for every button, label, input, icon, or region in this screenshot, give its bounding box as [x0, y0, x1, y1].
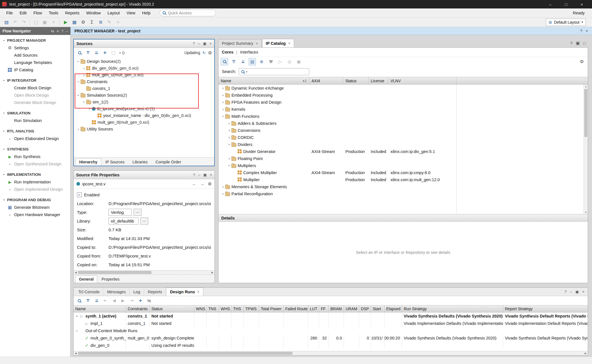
category-row[interactable]: ›Dividers	[218, 141, 588, 148]
column-header-constraints[interactable]: Constraints	[126, 305, 150, 312]
column-header-dsp[interactable]: DSP	[359, 305, 371, 312]
details-header[interactable]: Details	[218, 214, 588, 222]
column-header-whs[interactable]: WHS	[219, 305, 231, 312]
context-help-icon[interactable]: ?	[580, 29, 582, 33]
category-row[interactable]: ›Embedded Processing	[218, 92, 588, 99]
section-header[interactable]: ›PROJECT MANAGER	[0, 37, 70, 44]
expander-closed-icon[interactable]: ›	[221, 86, 225, 90]
properties-tab-properties[interactable]: Properties	[98, 276, 123, 283]
sources-tab-compile-order[interactable]: Compile Order	[152, 158, 185, 166]
search-icon[interactable]	[221, 58, 228, 65]
messages-badge-icon[interactable]: ●0	[118, 49, 125, 56]
console-float-icon[interactable]: ▣	[575, 290, 579, 294]
expander-closed-icon[interactable]: ›	[221, 185, 225, 189]
category-row[interactable]: ›Kernels	[218, 106, 588, 113]
collapse-all-icon[interactable]: ⇈	[85, 49, 91, 56]
tab-messages[interactable]: Messages	[103, 288, 130, 296]
expander-closed-icon[interactable]: ›	[227, 128, 231, 132]
expander-open-icon[interactable]: ›	[88, 106, 92, 111]
tab-project-summary[interactable]: Project Summary×	[218, 39, 262, 47]
run-row[interactable]: ✓mult_gen_0_synth_1mult_gen_0synth_desig…	[74, 334, 588, 342]
gear-icon[interactable]: ⚙	[580, 59, 586, 64]
sidebar-item-settings[interactable]: ⚙Settings	[0, 44, 70, 52]
percentage-icon[interactable]: %	[146, 297, 153, 304]
column-header-start[interactable]: Start	[371, 305, 385, 312]
scroll-right-icon[interactable]: ▶	[584, 352, 588, 355]
design-runs-horizontal-scrollbar[interactable]: ◀ ▶	[74, 351, 588, 355]
category-row[interactable]: ›Adders & Subtracters	[218, 120, 588, 127]
category-row[interactable]: ›Memories & Storage Elements	[218, 183, 588, 190]
property-input-library[interactable]: xil_defaultlib	[109, 217, 138, 225]
scroll-up-icon[interactable]: ▲	[584, 85, 588, 88]
ip-row[interactable]: Divider GeneratorAXI4-StreamProductionIn…	[218, 148, 588, 155]
menu-edit[interactable]: Edit	[16, 8, 30, 17]
menu-layout[interactable]: Layout	[104, 8, 123, 17]
category-row[interactable]: ›Math Functions	[218, 113, 588, 120]
scrollbar-thumb[interactable]	[78, 352, 292, 355]
tree-item[interactable]: ›Utility Sources	[74, 126, 214, 132]
menu-reports[interactable]: Reports	[62, 8, 83, 17]
sidebar-item-ip-catalog[interactable]: IP Catalog	[0, 66, 70, 74]
gear-icon[interactable]: ⚙	[208, 181, 212, 187]
save-project-icon[interactable]: ▤	[3, 19, 10, 26]
tab-tcl-console[interactable]: Tcl Console	[75, 288, 103, 296]
column-header-lut[interactable]: LUT	[308, 305, 319, 312]
column-header-wns[interactable]: WNS	[194, 305, 207, 312]
run-icon[interactable]: ▶	[62, 19, 69, 26]
tree-item[interactable]: ›Design Sources (2)	[74, 58, 214, 65]
sidebar-item-generate-bitstream[interactable]: ▦Generate Bitstream	[0, 204, 70, 211]
expander-open-icon[interactable]: ›	[227, 163, 231, 168]
menu-view[interactable]: View	[123, 8, 139, 17]
menu-window[interactable]: Window	[83, 8, 104, 17]
expander-open-icon[interactable]: ›	[76, 93, 81, 97]
collapse-all-icon[interactable]: ⇈	[230, 58, 237, 65]
report-icon[interactable]: Σ	[88, 19, 96, 26]
expander-closed-icon[interactable]: ›	[82, 73, 86, 77]
gear-icon[interactable]: ⚙	[208, 50, 212, 56]
tab-reports[interactable]: Reports	[144, 288, 166, 296]
properties-float-icon[interactable]: ▣	[203, 173, 207, 177]
column-header-run-strategy[interactable]: Run Strategy	[402, 305, 503, 312]
tree-item[interactable]: ›sim_1 (2)	[74, 99, 214, 105]
expander-closed-icon[interactable]: ›	[227, 121, 231, 125]
properties-close-icon[interactable]: ×	[210, 173, 212, 177]
close-icon[interactable]: ×	[197, 290, 200, 294]
document-float-icon[interactable]: ▣	[576, 41, 580, 46]
sources-tab-libraries[interactable]: Libraries	[129, 158, 151, 166]
sidebar-item-language-templates[interactable]: Language Templates	[0, 59, 70, 66]
ip-settings-icon[interactable]: ⚒	[267, 58, 275, 65]
category-row[interactable]: ›Partial Reconfiguration	[218, 190, 588, 197]
category-row[interactable]: ›CORDIC	[218, 134, 588, 141]
column-header-vlnv[interactable]: VLNV	[388, 77, 456, 84]
sidebar-item-run-implementation[interactable]: ▶Run Implementation	[0, 178, 70, 186]
create-run-icon[interactable]: +	[137, 297, 144, 304]
sources-float-icon[interactable]: ▣	[203, 41, 206, 46]
window-minimize-button[interactable]: –	[542, 0, 558, 8]
scrollbar-thumb[interactable]	[584, 89, 587, 137]
sources-help-icon[interactable]: ?	[193, 41, 195, 46]
menu-tools[interactable]: Tools	[45, 8, 62, 17]
properties-horizontal-scrollbar[interactable]: ◀ ▶	[74, 270, 215, 274]
sidebar-item-run-synthesis[interactable]: ▶Run Synthesis	[0, 153, 70, 160]
menu-flow[interactable]: Flow	[30, 8, 45, 17]
expander-open-icon[interactable]: ›	[75, 314, 79, 318]
column-header-ths[interactable]: THS	[231, 305, 244, 312]
vertical-scrollbar[interactable]: ▲▼	[584, 85, 588, 214]
sidebar-item-run-simulation[interactable]: Run Simulation	[0, 117, 70, 124]
tree-item[interactable]: mult_gen_0 (mult_gen_0.xci)	[74, 119, 214, 126]
sources-close-icon[interactable]: ×	[209, 41, 212, 46]
property-input-type[interactable]: Verilog	[109, 209, 132, 216]
section-header[interactable]: ›RTL ANALYSIS	[0, 127, 70, 135]
run-row[interactable]: ▷impl_1constrs_1Not startedVivado Implem…	[74, 320, 588, 327]
column-header-uram[interactable]: URAM	[344, 305, 359, 312]
section-header[interactable]: ›SYNTHESIS	[0, 145, 70, 153]
sources-tab-ip-sources[interactable]: IP Sources	[102, 158, 128, 166]
flow-nav-toolbar-toggle-icon[interactable]: ⇆	[51, 29, 54, 33]
tree-item[interactable]: ›Simulation Sources (2)	[74, 92, 214, 99]
category-row[interactable]: ›Multipliers	[218, 162, 588, 169]
properties-help-icon[interactable]: ?	[193, 173, 195, 177]
column-header-report-strategy[interactable]: Report Strategy	[503, 305, 588, 312]
ip-catalog-search-input[interactable]: ▾	[239, 68, 309, 75]
collapse-all-icon[interactable]: ⇈	[85, 297, 91, 304]
properties-panel-header[interactable]: Source File Properties ?–▣×	[74, 171, 215, 179]
